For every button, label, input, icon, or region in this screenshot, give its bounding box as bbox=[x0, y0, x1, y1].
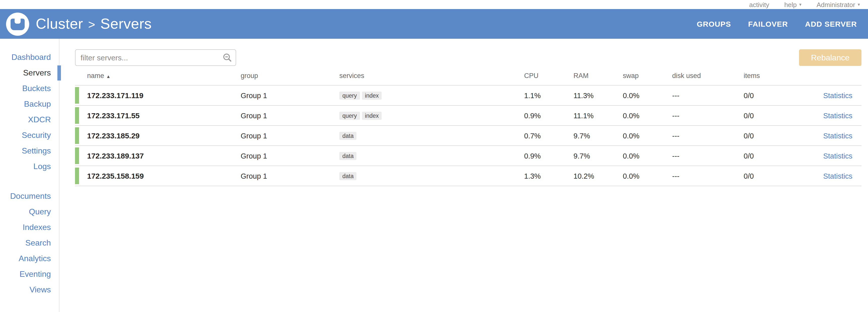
couch-glyph bbox=[10, 19, 25, 30]
sidebar-item-label: Servers bbox=[23, 68, 51, 77]
service-badge: data bbox=[339, 132, 357, 140]
active-item-indicator bbox=[57, 65, 61, 81]
server-swap: 0.0% bbox=[623, 91, 672, 99]
sidebar-item-buckets[interactable]: Buckets bbox=[0, 81, 59, 96]
health-indicator-bar bbox=[75, 167, 79, 184]
header-actions: GROUPSFAILOVERADD SERVER bbox=[697, 20, 868, 28]
servers-table-body: 172.233.171.119 Group 1 queryindex 1.1% … bbox=[75, 86, 862, 186]
statistics-link[interactable]: Statistics bbox=[823, 172, 852, 180]
service-badge: index bbox=[362, 92, 382, 100]
statistics-cell: Statistics bbox=[805, 132, 862, 139]
server-items: 0/0 bbox=[744, 91, 805, 99]
rebalance-button[interactable]: Rebalance bbox=[799, 49, 862, 66]
servers-table-header: name▲ group services CPU RAM swap disk u… bbox=[75, 66, 862, 86]
groups-button[interactable]: GROUPS bbox=[697, 20, 731, 28]
sidebar-group: DocumentsQueryIndexesSearchAnalyticsEven… bbox=[0, 188, 59, 298]
server-disk-used: --- bbox=[672, 172, 744, 180]
failover-button[interactable]: FAILOVER bbox=[748, 20, 788, 28]
app-header: Cluster > Servers GROUPSFAILOVERADD SERV… bbox=[0, 9, 868, 39]
server-name: 172.233.185.29 bbox=[87, 131, 140, 140]
sidebar-item-views[interactable]: Views bbox=[0, 282, 59, 298]
server-items: 0/0 bbox=[744, 132, 805, 139]
server-services: queryindex bbox=[339, 91, 524, 100]
column-header-disk-used[interactable]: disk used bbox=[672, 72, 744, 79]
topbar-item-activity[interactable]: activity bbox=[749, 1, 769, 8]
service-badge: data bbox=[339, 172, 357, 180]
topbar-item-label: activity bbox=[749, 1, 769, 8]
statistics-link[interactable]: Statistics bbox=[823, 91, 852, 99]
topbar-item-help[interactable]: help▾ bbox=[784, 1, 802, 8]
main-panel: Rebalance name▲ group services CPU RAM s… bbox=[59, 39, 868, 312]
server-services: data bbox=[339, 152, 524, 160]
server-group: Group 1 bbox=[241, 172, 339, 180]
statistics-link[interactable]: Statistics bbox=[823, 132, 852, 139]
server-items: 0/0 bbox=[744, 172, 805, 180]
server-row[interactable]: 172.235.158.159 Group 1 data 1.3% 10.2% … bbox=[75, 166, 862, 186]
statistics-link[interactable]: Statistics bbox=[823, 112, 852, 120]
server-swap: 0.0% bbox=[623, 112, 672, 120]
server-services: data bbox=[339, 171, 524, 180]
sidebar-item-documents[interactable]: Documents bbox=[0, 188, 59, 204]
server-name-cell: 172.233.171.119 bbox=[75, 91, 241, 100]
server-name-cell: 172.233.189.137 bbox=[75, 152, 241, 160]
server-cpu: 0.7% bbox=[524, 132, 574, 139]
sidebar-item-logs[interactable]: Logs bbox=[0, 158, 59, 174]
sidebar-item-label: Documents bbox=[10, 192, 51, 200]
sidebar-item-xdcr[interactable]: XDCR bbox=[0, 112, 59, 127]
statistics-cell: Statistics bbox=[805, 112, 862, 120]
server-ram: 9.7% bbox=[574, 152, 623, 160]
server-swap: 0.0% bbox=[623, 132, 672, 139]
sidebar-item-label: Indexes bbox=[23, 223, 51, 231]
caret-down-icon: ▾ bbox=[858, 2, 860, 7]
column-header-group[interactable]: group bbox=[241, 72, 339, 79]
sidebar-item-label: XDCR bbox=[28, 115, 51, 124]
server-row[interactable]: 172.233.171.119 Group 1 queryindex 1.1% … bbox=[75, 86, 862, 106]
sidebar-item-settings[interactable]: Settings bbox=[0, 143, 59, 158]
column-header-services[interactable]: services bbox=[339, 72, 524, 79]
couch-notch bbox=[14, 18, 21, 23]
statistics-cell: Statistics bbox=[805, 172, 862, 180]
sidebar-nav: DashboardServersBucketsBackupXDCRSecurit… bbox=[0, 39, 59, 312]
column-header-name[interactable]: name▲ bbox=[75, 72, 241, 79]
column-header-swap[interactable]: swap bbox=[623, 72, 672, 79]
search-icon bbox=[222, 53, 232, 62]
sidebar-item-indexes[interactable]: Indexes bbox=[0, 219, 59, 235]
column-header-items[interactable]: items bbox=[744, 72, 805, 79]
sidebar-item-label: Eventing bbox=[20, 270, 51, 278]
column-header-cpu[interactable]: CPU bbox=[524, 72, 574, 79]
server-row[interactable]: 172.233.185.29 Group 1 data 0.7% 9.7% 0.… bbox=[75, 126, 862, 146]
server-name: 172.233.171.55 bbox=[87, 111, 140, 120]
topbar-item-administrator[interactable]: Administrator▾ bbox=[817, 1, 860, 8]
server-row[interactable]: 172.233.171.55 Group 1 queryindex 0.9% 1… bbox=[75, 106, 862, 126]
service-badge: query bbox=[339, 112, 360, 120]
server-disk-used: --- bbox=[672, 132, 744, 139]
sidebar-item-label: Dashboard bbox=[11, 53, 51, 61]
sidebar-item-query[interactable]: Query bbox=[0, 204, 59, 219]
server-group: Group 1 bbox=[241, 91, 339, 99]
column-header-ram[interactable]: RAM bbox=[574, 72, 623, 79]
server-items: 0/0 bbox=[744, 112, 805, 120]
sidebar-item-backup[interactable]: Backup bbox=[0, 96, 59, 112]
topbar-item-label: Administrator bbox=[817, 1, 855, 8]
server-items: 0/0 bbox=[744, 152, 805, 160]
breadcrumb-separator: > bbox=[88, 18, 95, 31]
server-row[interactable]: 172.233.189.137 Group 1 data 0.9% 9.7% 0… bbox=[75, 146, 862, 166]
filter-input[interactable] bbox=[75, 49, 236, 66]
sidebar-group: DashboardServersBucketsBackupXDCRSecurit… bbox=[0, 49, 59, 174]
server-cpu: 0.9% bbox=[524, 112, 574, 120]
add-server-button[interactable]: ADD SERVER bbox=[805, 20, 857, 28]
server-group: Group 1 bbox=[241, 152, 339, 160]
sidebar-item-servers[interactable]: Servers bbox=[0, 65, 59, 81]
server-name: 172.233.189.137 bbox=[87, 152, 144, 160]
statistics-link[interactable]: Statistics bbox=[823, 152, 852, 160]
server-group: Group 1 bbox=[241, 132, 339, 139]
filter-field-wrap bbox=[75, 49, 236, 66]
sidebar-item-eventing[interactable]: Eventing bbox=[0, 266, 59, 282]
server-name-cell: 172.233.185.29 bbox=[75, 131, 241, 140]
servers-toolbar: Rebalance bbox=[75, 49, 862, 66]
sidebar-item-dashboard[interactable]: Dashboard bbox=[0, 49, 59, 65]
caret-down-icon: ▾ bbox=[799, 2, 802, 7]
sidebar-item-search[interactable]: Search bbox=[0, 235, 59, 251]
sidebar-item-security[interactable]: Security bbox=[0, 127, 59, 143]
sidebar-item-analytics[interactable]: Analytics bbox=[0, 251, 59, 266]
